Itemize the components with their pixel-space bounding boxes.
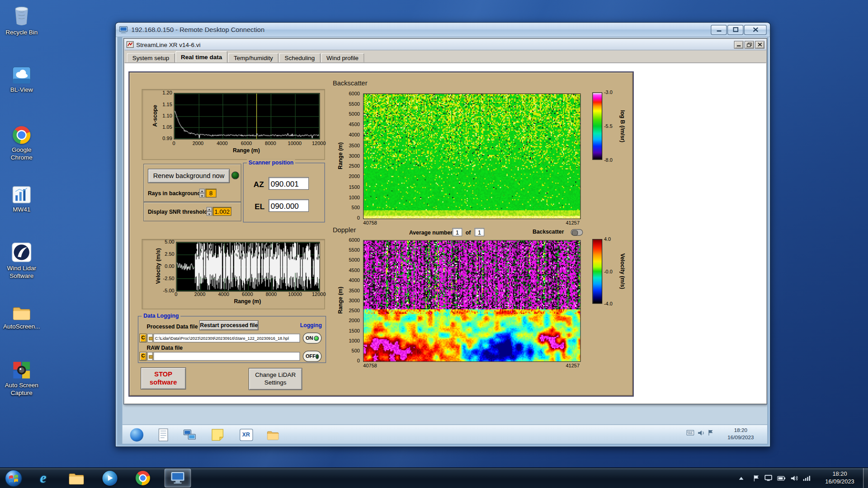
rdp-minimize-button[interactable] (711, 24, 727, 34)
restart-processed-file-button[interactable]: Restart processed file (199, 320, 259, 330)
tick-label: 10000 (288, 141, 302, 146)
tick-label: 1.15 (162, 102, 172, 107)
backscatter-heatmap[interactable] (363, 94, 580, 219)
tick-label: 4500 (349, 267, 360, 273)
a-scope-xaxis: 020004000600080001000012000 (174, 141, 319, 146)
processed-browse-icon[interactable] (147, 333, 153, 343)
average-of-field[interactable]: 1 (474, 228, 484, 236)
taskbar-explorer-button[interactable] (67, 469, 86, 488)
remote-taskbar-xr-app[interactable]: XR (239, 427, 254, 442)
desktop-icon-auto-screen-capture[interactable]: Auto Screen Capture (1, 357, 42, 397)
tick-label: 0.00 (165, 263, 174, 269)
tab-real-time-data[interactable]: Real time data (175, 51, 228, 63)
app-minimize-button[interactable] (734, 41, 744, 48)
scanner-position-group: Scanner position AZ 090.001 EL 090.000 (243, 163, 325, 222)
tick-label: 41257 (566, 363, 580, 368)
tray-rdp-icon[interactable] (764, 475, 772, 482)
network-places-icon (183, 428, 196, 441)
tray-network-icon[interactable] (803, 475, 811, 481)
tab-system-setup[interactable]: System setup (127, 53, 175, 63)
doppler-xaxis: 4075841257 (363, 363, 580, 368)
desktop-icon-recycle-bin[interactable]: Recycle Bin (1, 5, 42, 37)
processed-drive-button[interactable]: C (140, 333, 147, 343)
a-scope-plot[interactable] (174, 93, 320, 140)
app-close-button[interactable] (755, 41, 764, 48)
taskbar-rdp-button[interactable] (165, 469, 191, 488)
volume-icon[interactable] (698, 430, 705, 436)
tray-chevron-up-icon[interactable] (739, 477, 744, 479)
raw-path-field[interactable] (153, 352, 300, 361)
processed-path-field[interactable]: C:\Lidar\Data\Proc\2023\202309\20230916\… (153, 333, 300, 343)
remote-taskbar-notepad[interactable] (156, 427, 170, 442)
backscatter-xaxis: 4075841257 (363, 220, 580, 225)
raw-logging-toggle[interactable]: OFF (303, 351, 322, 361)
keyboard-icon[interactable] (686, 430, 694, 435)
remote-taskbar-network[interactable] (182, 427, 197, 442)
stop-software-button[interactable]: STOP software (141, 367, 186, 389)
remote-start-button[interactable] (129, 427, 144, 442)
remote-clock[interactable]: 18:20 16/09/2023 (717, 427, 764, 441)
tick-label: 6000 (349, 237, 360, 243)
processed-logging-toggle[interactable]: ON (303, 333, 322, 343)
rdp-titlebar[interactable]: 192.168.0.150 - Remote Desktop Connectio… (116, 23, 770, 37)
az-value-field[interactable]: 090.001 (269, 177, 309, 190)
remote-taskbar-sticky[interactable] (210, 427, 225, 442)
wind-lidar-icon (1, 240, 42, 262)
tray-battery-icon[interactable] (777, 475, 785, 480)
tray-volume-icon[interactable] (791, 475, 798, 481)
background-group: Renew background now Rays in background … (143, 164, 241, 202)
tick-label: -0.0 (604, 268, 613, 274)
show-desktop-button[interactable] (863, 468, 868, 488)
velocity-plot[interactable] (176, 242, 320, 291)
remote-taskbar-folder[interactable] (265, 427, 280, 442)
tick-label: 5500 (349, 101, 360, 107)
rdp-icon (170, 471, 185, 485)
tab-temp-humidity[interactable]: Temp/humidity (228, 53, 278, 63)
tick-label: 12000 (312, 141, 326, 146)
flag-icon[interactable] (708, 429, 714, 436)
remote-clock-date: 16/09/2023 (717, 434, 764, 441)
start-button[interactable] (5, 469, 23, 487)
rdp-window: 192.168.0.150 - Remote Desktop Connectio… (115, 22, 771, 447)
velocity-ylabel: Velocity (m/s) (155, 242, 162, 291)
tick-label: 3000 (349, 298, 360, 303)
tick-label: 41257 (566, 220, 580, 225)
a-scope-chart: A-scope 1.201.151.101.050.99 02000400060… (142, 89, 325, 160)
taskbar-chrome-button[interactable] (133, 469, 152, 488)
backscatter-display-toggle[interactable] (571, 229, 583, 236)
desktop-icon-bl-view[interactable]: BL-View (1, 62, 42, 94)
raw-browse-icon[interactable] (147, 352, 153, 361)
taskbar-media-player-button[interactable] (100, 469, 119, 488)
tick-label: -2.50 (163, 276, 175, 281)
raw-drive-button[interactable]: C (140, 352, 147, 361)
desktop-icon-label: BL-View (1, 86, 42, 94)
snr-spinner[interactable] (207, 207, 212, 216)
change-lidar-settings-button[interactable]: Change LiDAR Settings (249, 368, 302, 390)
tray-flag-icon[interactable] (754, 474, 760, 482)
app-titlebar[interactable]: StreamLine XR v14-6.vi (125, 39, 766, 50)
main-panel: A-scope 1.201.151.101.050.99 02000400060… (129, 72, 633, 396)
desktop-icon-mw41[interactable]: MW41 (1, 182, 42, 214)
rdp-maximize-button[interactable] (727, 24, 744, 34)
taskbar-ie-button[interactable]: e (34, 469, 53, 488)
desktop-icon-wind-lidar[interactable]: Wind Lidar Software (1, 240, 42, 280)
average-number-field[interactable]: 1 (452, 228, 462, 236)
rays-value-field[interactable]: 8 (205, 189, 216, 198)
tick-label: 8000 (266, 291, 277, 297)
app-restore-button[interactable] (745, 41, 754, 48)
app-icon (126, 41, 134, 48)
tab-wind-profile[interactable]: Wind profile (321, 53, 364, 63)
el-value-field[interactable]: 090.000 (269, 199, 309, 212)
desktop-icon-google-chrome[interactable]: Google Chrome (1, 122, 42, 161)
app-tabbar: System setup Real time data Temp/humidit… (125, 51, 766, 63)
tick-label: 0 (172, 141, 175, 146)
rdp-close-button[interactable] (744, 24, 767, 34)
doppler-heatmap[interactable] (363, 240, 580, 361)
tab-scheduling[interactable]: Scheduling (279, 53, 320, 63)
taskbar-clock[interactable]: 18:20 16/09/2023 (820, 470, 859, 485)
desktop-icon-autoscreen[interactable]: AutoScreen... (1, 299, 42, 331)
snr-value-field[interactable]: 1.002 (212, 207, 231, 216)
tick-label: 8000 (265, 141, 276, 146)
renew-background-button[interactable]: Renew background now (148, 169, 230, 183)
rays-spinner[interactable] (199, 189, 205, 198)
